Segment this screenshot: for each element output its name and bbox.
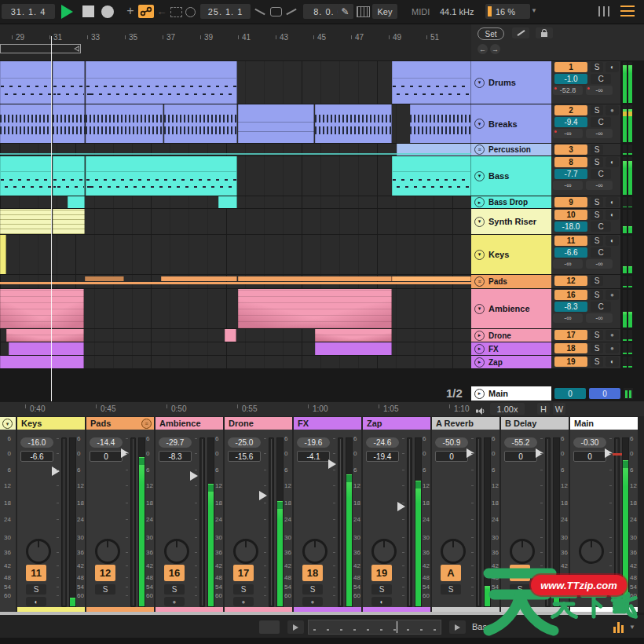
clip-bass-drop-2[interactable] (218, 196, 237, 208)
clip-breaks-1[interactable] (0, 104, 52, 143)
punch-region-icon[interactable] (170, 7, 182, 17)
prev-marker-button[interactable]: ← (478, 44, 488, 54)
volume-display-fx[interactable]: -4.1 (297, 451, 330, 462)
cue-button-bass[interactable]: ◐ (606, 157, 619, 167)
track-name-synth-riser[interactable]: ▾Synth Riser (471, 209, 551, 234)
zoom-level-display[interactable]: 1.00x (490, 403, 525, 415)
fader-track-keys[interactable] (61, 437, 67, 607)
next-marker-button[interactable]: → (490, 44, 500, 54)
track-header-drone[interactable]: ▸Drone17S● (471, 329, 620, 342)
pan-knob-a-reverb[interactable] (441, 539, 466, 564)
clip-drums-3[interactable] (86, 61, 237, 104)
volume-display-b-delay[interactable]: 0 (504, 451, 537, 462)
track-number-percussion[interactable]: 3 (554, 145, 587, 155)
cue-button-zap[interactable]: ◐ (606, 357, 619, 367)
volume-box-bass[interactable]: -7.7 (554, 169, 587, 179)
draw-mode-button[interactable]: ✎ (338, 4, 353, 19)
fold-icon-keys[interactable]: ▾ (474, 250, 485, 260)
fold-icon-drone[interactable]: ▸ (474, 331, 485, 341)
track-number-zap[interactable]: 19 (554, 357, 587, 367)
volume-display-ambience[interactable]: -8.3 (159, 451, 192, 462)
track-number-bass-drop[interactable]: 9 (554, 197, 587, 207)
strip-header-zap[interactable]: Zap (363, 417, 430, 430)
cpu-dropdown-caret[interactable]: ▼ (531, 7, 537, 14)
clip-pads-1[interactable] (0, 282, 471, 284)
track-header-pads[interactable]: ≡Pads12S (471, 275, 620, 288)
main-fold-icon[interactable]: ▸ (474, 389, 485, 399)
solo-button-zap[interactable]: S (591, 357, 603, 367)
set-marker-button[interactable]: Set (478, 27, 504, 40)
solo-button-keys[interactable]: S (591, 236, 603, 246)
volume-display-pads[interactable]: 0 (90, 451, 123, 462)
peak-display-b-delay[interactable]: -55.2 (504, 437, 537, 448)
track-number-a-reverb[interactable]: A (441, 565, 461, 581)
solo-button-bass-drop[interactable]: S (591, 197, 603, 207)
volume-display-drone[interactable]: -15.6 (228, 451, 261, 462)
clip-drone-2[interactable] (225, 329, 236, 342)
clip-ambience-1[interactable] (0, 289, 84, 328)
clip-pads-4[interactable] (238, 276, 392, 281)
clip-pads-5[interactable] (392, 276, 471, 281)
device-stats-icon[interactable] (613, 621, 626, 633)
fold-icon-breaks[interactable]: ▾ (474, 119, 485, 129)
solo-button-drone[interactable]: S (591, 330, 603, 340)
peak-left-breaks[interactable]: -∞ (553, 129, 583, 138)
track-number-ambience[interactable]: 16 (554, 290, 587, 300)
playhead[interactable] (51, 36, 52, 401)
fold-icon-drums[interactable]: ▾ (474, 78, 485, 88)
zoom-width-button[interactable]: W (553, 403, 565, 415)
arm-button-fx[interactable]: ● (606, 343, 619, 353)
track-name-breaks[interactable]: ▾Breaks (471, 104, 551, 143)
add-marker-icon[interactable]: + (124, 5, 137, 17)
volume-box-ambience[interactable]: -8.3 (554, 302, 587, 312)
midi-map-button[interactable]: MIDI (412, 7, 430, 16)
pan-box-drums[interactable]: C (591, 74, 611, 84)
solo-button-fx[interactable]: S (591, 343, 603, 353)
solo-button-percussion[interactable]: S (591, 145, 603, 155)
pan-knob-keys[interactable] (26, 539, 51, 564)
track-number-bass[interactable]: 8 (554, 157, 587, 167)
solo-button-bass[interactable]: S (591, 157, 603, 167)
track-number-ambience[interactable]: 16 (164, 565, 185, 581)
solo-button-breaks[interactable]: S (591, 105, 603, 115)
loop-region-icon[interactable] (270, 7, 282, 16)
arm-button-drone[interactable]: ● (233, 597, 254, 606)
main-right-value[interactable]: 0 (589, 388, 620, 399)
track-number-b-delay[interactable]: B (510, 565, 530, 581)
cue-button-keys[interactable]: ◐ (606, 236, 619, 246)
peak-left-bass[interactable]: -∞ (553, 181, 583, 190)
track-number-breaks[interactable]: 2 (554, 105, 587, 115)
clip-drums-4[interactable] (392, 61, 471, 104)
fold-icon-fx[interactable]: ▸ (474, 344, 485, 354)
group-icon-pads[interactable]: ≡ (141, 419, 152, 429)
marker-slope-button[interactable] (512, 27, 529, 38)
solo-button-fx[interactable]: S (302, 584, 323, 595)
arm-button-drone[interactable]: ● (606, 330, 619, 340)
track-header-zap[interactable]: ▸Zap19S◐ (471, 356, 620, 368)
clip-synth-riser-1[interactable] (0, 209, 52, 234)
volume-display-keys[interactable]: -6.6 (20, 451, 53, 462)
track-name-zap[interactable]: ▸Zap (471, 356, 551, 368)
clip-bass-3[interactable] (86, 156, 237, 196)
main-track-name[interactable]: ▸ Main (471, 386, 551, 401)
record-button[interactable] (101, 5, 114, 18)
stop-button[interactable] (82, 5, 94, 17)
peak-right-bass[interactable]: -∞ (586, 181, 613, 190)
pan-box-keys[interactable]: C (591, 247, 611, 258)
fader-track-drone[interactable] (269, 437, 274, 607)
fader-track-ambience[interactable] (199, 437, 205, 607)
hamburger-menu-icon[interactable] (620, 5, 635, 16)
loop-start-display[interactable]: 25. 1. 1 (200, 4, 251, 19)
cpu-meter[interactable]: 16 % (485, 4, 530, 19)
arm-button-ambience[interactable]: ● (164, 597, 185, 606)
clip-drone-1[interactable] (6, 329, 84, 342)
pan-knob-main[interactable] (579, 539, 604, 564)
key-map-button[interactable]: Key (372, 4, 397, 19)
track-number-drums[interactable]: 1 (554, 62, 587, 72)
pan-box-synth-riser[interactable]: C (591, 221, 611, 232)
track-name-drone[interactable]: ▸Drone (471, 329, 551, 342)
peak-left-drums[interactable]: -52.8 (553, 86, 583, 95)
clip-overview-strip[interactable] (308, 620, 441, 635)
clip-bass-drop-1[interactable] (68, 196, 85, 208)
volume-display-zap[interactable]: -19.4 (366, 451, 399, 462)
